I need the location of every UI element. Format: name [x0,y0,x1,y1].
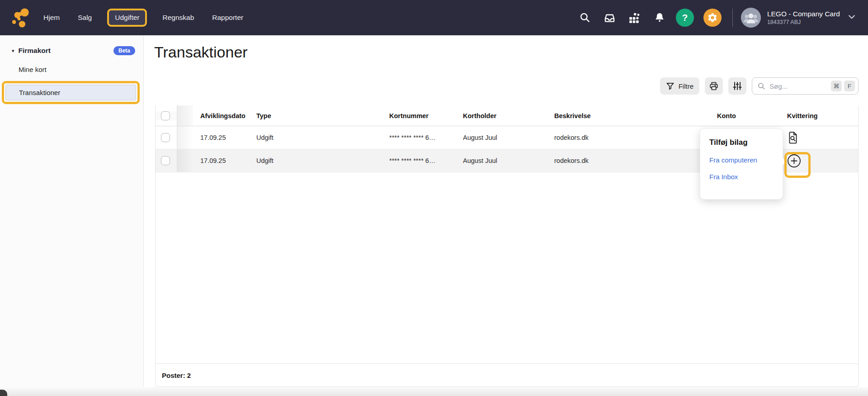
apps-grid-icon[interactable] [628,11,642,24]
cell-afviklingsdato: 17.09.25 [193,134,249,141]
top-navbar: Hjem Salg Udgifter Regnskab Rapporter [0,0,868,35]
popup-link-from-computer[interactable]: Fra computeren [709,156,783,164]
beta-badge: Beta [113,46,135,55]
receipt-preview-icon[interactable] [787,131,799,144]
column-settings-button[interactable] [728,77,746,95]
select-all-checkbox[interactable] [161,111,170,120]
nav-item-hjem[interactable]: Hjem [43,14,60,22]
print-button[interactable] [705,77,723,95]
row-checkbox[interactable] [161,133,170,142]
nav-item-udgifter[interactable]: Udgifter [115,14,139,22]
sliders-icon [733,81,742,91]
pinned-column-divider [177,126,193,149]
column-header-konto[interactable]: Konto [710,112,780,119]
cell-kortnummer: **** **** **** 6… [382,134,456,141]
column-header-beskrivelse[interactable]: Beskrivelse [547,112,710,119]
filter-button[interactable]: Filtre [660,77,699,95]
popup-title: Tilføj bilag [709,138,783,147]
table-empty-area [156,172,858,363]
cell-kortnummer: **** **** **** 6… [382,157,456,164]
sidebar-item-transaktioner[interactable]: Transaktioner [5,85,136,100]
account-avatar[interactable] [741,8,761,28]
table-search: ⌘ F [752,77,859,95]
table-toolbar: Filtre ⌘ F [660,77,859,95]
sidebar: ▾ Firmakort Beta Mine kort Transaktioner [0,35,144,396]
cell-kortholder: August Juul [456,134,547,141]
nav-item-salg[interactable]: Salg [78,14,92,22]
popup-link-from-inbox[interactable]: Fra Inbox [709,173,783,181]
account-id: 1843377 ABJ [767,19,840,26]
help-button[interactable]: ? [676,9,694,27]
cell-type: Udgift [249,134,382,141]
column-header-kvittering[interactable]: Kvittering [780,112,859,119]
help-question-glyph: ? [682,12,688,23]
column-header-kortnummer[interactable]: Kortnummer [382,112,456,119]
cell-beskrivelse: rodekors.dk [547,134,710,141]
account-info[interactable]: LEGO - Company Card 1843377 ABJ [767,10,840,26]
search-input[interactable] [769,82,829,90]
sidebar-section-label: Firmakort [19,47,51,55]
shortcut-cmd-key: ⌘ [831,81,842,91]
cell-kvittering [780,131,859,144]
add-attachment-popup: Tilføj bilag Fra computeren Fra Inbox [700,129,783,200]
notifications-bell-icon[interactable] [653,11,666,24]
settings-button[interactable] [703,9,722,27]
page-title: Transaktioner [154,43,248,61]
sidebar-item-mine-kort[interactable]: Mine kort [0,62,143,77]
record-count: Poster: 2 [162,372,191,379]
table-footer: Poster: 2 [156,363,858,386]
brand-logo-icon[interactable] [10,7,31,28]
filter-button-label: Filtre [679,82,693,90]
column-header-kortholder[interactable]: Kortholder [456,112,547,119]
column-header-type[interactable]: Type [249,112,382,119]
pinned-column-divider [177,105,193,126]
cell-type: Udgift [249,157,382,164]
main-nav: Hjem Salg Udgifter Regnskab Rapporter [43,9,243,27]
annotation-box-add-receipt [784,152,811,178]
table-header-row: Afviklingsdato Type Kortnummer Kortholde… [156,105,858,126]
nav-item-regnskab[interactable]: Regnskab [162,14,194,22]
cell-beskrivelse: rodekors.dk [547,157,710,164]
cell-afviklingsdato: 17.09.25 [193,157,249,164]
row-checkbox[interactable] [161,156,170,165]
app-window: Hjem Salg Udgifter Regnskab Rapporter [0,0,868,396]
caret-down-icon: ▾ [12,48,14,54]
column-header-afviklingsdato[interactable]: Afviklingsdato [193,112,249,119]
gear-icon [707,12,718,23]
inbox-icon[interactable] [603,11,617,24]
annotation-box-udgifter: Udgifter [107,9,147,27]
chevron-down-icon[interactable] [847,12,856,23]
printer-icon [709,81,719,91]
select-all-checkbox-cell [156,111,177,120]
sidebar-section-firmakort[interactable]: ▾ Firmakort Beta [12,46,135,55]
search-icon [757,82,766,91]
annotation-box-transaktioner: Transaktioner [2,81,140,104]
search-icon[interactable] [578,11,592,24]
funnel-icon [666,82,675,91]
window-bottom-strip [0,387,868,396]
navbar-divider [732,9,733,27]
nav-item-rapporter[interactable]: Rapporter [212,14,243,22]
cell-kortholder: August Juul [456,157,547,164]
account-name: LEGO - Company Card [767,10,840,18]
shortcut-f-key: F [844,81,855,91]
pinned-column-divider [177,149,193,172]
